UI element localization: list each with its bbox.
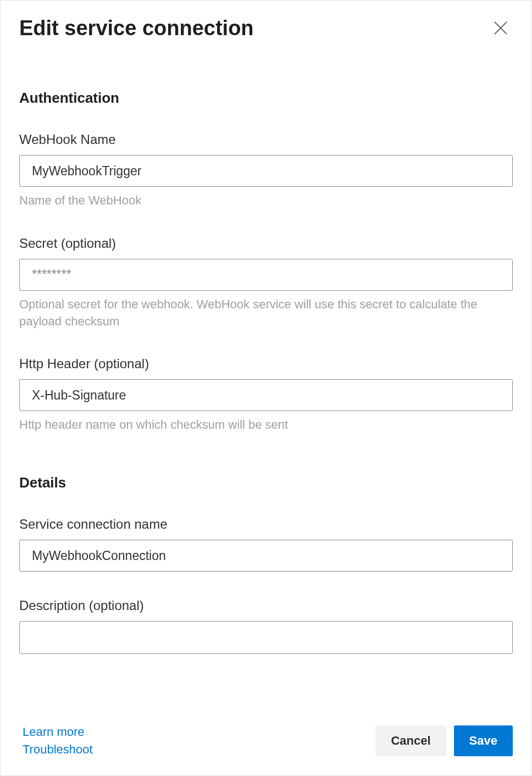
troubleshoot-link[interactable]: Troubleshoot — [23, 742, 93, 757]
close-button[interactable] — [489, 16, 513, 40]
edit-service-connection-panel: Edit service connection Authentication W… — [0, 0, 532, 776]
close-icon — [492, 20, 509, 36]
panel-body: Authentication WebHook Name Name of the … — [1, 46, 531, 715]
secret-input[interactable] — [19, 259, 513, 291]
service-connection-name-label: Service connection name — [19, 517, 513, 532]
secret-help: Optional secret for the webhook. WebHook… — [19, 296, 513, 330]
authentication-section: Authentication WebHook Name Name of the … — [19, 90, 513, 434]
http-header-label: Http Header (optional) — [19, 356, 513, 372]
panel-header: Edit service connection — [1, 1, 531, 46]
service-connection-name-field: Service connection name — [19, 517, 513, 572]
cancel-button[interactable]: Cancel — [375, 725, 446, 756]
webhook-name-help: Name of the WebHook — [19, 192, 513, 209]
learn-more-link[interactable]: Learn more — [23, 725, 93, 739]
save-button[interactable]: Save — [454, 725, 513, 756]
http-header-field: Http Header (optional) Http header name … — [19, 356, 513, 434]
panel-title: Edit service connection — [19, 16, 254, 40]
authentication-heading: Authentication — [19, 90, 513, 107]
details-section: Details Service connection name Descript… — [19, 474, 513, 656]
description-label: Description (optional) — [19, 598, 513, 613]
footer-buttons: Cancel Save — [375, 725, 513, 756]
http-header-input[interactable] — [19, 379, 513, 411]
secret-label: Secret (optional) — [19, 236, 513, 251]
webhook-name-field: WebHook Name Name of the WebHook — [19, 132, 513, 209]
webhook-name-input[interactable] — [19, 155, 513, 187]
service-connection-name-input[interactable] — [19, 540, 513, 572]
secret-field: Secret (optional) Optional secret for th… — [19, 236, 513, 330]
webhook-name-label: WebHook Name — [19, 132, 513, 147]
http-header-help: Http header name on which checksum will … — [19, 417, 513, 434]
panel-footer: Learn more Troubleshoot Cancel Save — [1, 715, 531, 775]
description-input[interactable] — [19, 621, 513, 654]
description-field: Description (optional) — [19, 598, 513, 656]
footer-links: Learn more Troubleshoot — [23, 725, 93, 757]
details-heading: Details — [19, 474, 513, 491]
